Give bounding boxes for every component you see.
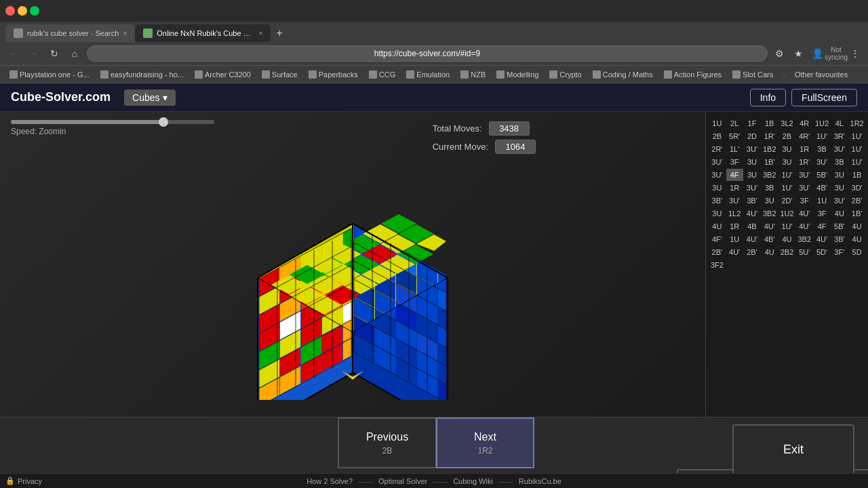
maximize-btn[interactable] bbox=[30, 6, 39, 16]
move-cell: 3U bbox=[744, 169, 761, 181]
move-cell: 1F bbox=[744, 117, 761, 129]
move-cell: 4U bbox=[848, 233, 865, 245]
bookmark-label-paperbacks: Paperbacks bbox=[319, 70, 358, 79]
privacy-label: Privacy bbox=[18, 477, 42, 485]
bookmark-btn[interactable]: ★ bbox=[791, 46, 806, 61]
footer-link-optimal[interactable]: Optimal Solver bbox=[378, 477, 427, 485]
move-cell: 3U' bbox=[796, 169, 813, 181]
bookmark-favicon-emulation bbox=[406, 70, 414, 79]
tab-search[interactable]: rubik's cube solver - Search × bbox=[5, 24, 135, 42]
speed-slider-track bbox=[11, 120, 214, 124]
bookmark-easyfundraising[interactable]: easyfundraising - ho... bbox=[96, 69, 188, 80]
sync-btn[interactable]: Not syncing bbox=[829, 46, 844, 61]
move-cell: 1B bbox=[761, 117, 778, 129]
minimize-btn[interactable] bbox=[18, 6, 27, 16]
move-cell: 1R bbox=[796, 143, 813, 155]
forward-btn[interactable]: → bbox=[26, 45, 42, 62]
move-cell: 3U bbox=[744, 156, 761, 168]
move-cell: 1R bbox=[726, 220, 743, 232]
move-cell: 1U2 bbox=[778, 207, 795, 220]
cubes-menu-btn[interactable]: Cubes ▾ bbox=[124, 89, 175, 106]
move-cell: 3U' bbox=[831, 143, 848, 155]
bookmark-paperbacks[interactable]: Paperbacks bbox=[304, 69, 362, 80]
move-cell: 5U' bbox=[796, 246, 813, 258]
footer-link-cubing[interactable]: Cubing Wiki bbox=[453, 477, 493, 485]
move-cell: 1R' bbox=[796, 156, 813, 168]
nav-bar: ← → ↻ ⌂ ⚙ ★ 👤 Not syncing ⋮ bbox=[0, 42, 868, 65]
bookmark-slot[interactable]: Slot Cars bbox=[728, 69, 777, 80]
bookmark-favicon-surface bbox=[262, 70, 270, 79]
address-bar[interactable] bbox=[87, 45, 768, 62]
tab-close-search[interactable]: × bbox=[123, 30, 127, 37]
move-cell: 2B bbox=[778, 130, 795, 142]
tab-close-solver[interactable]: × bbox=[258, 30, 262, 37]
bookmark-label-playstation: Playstation one - G... bbox=[20, 70, 90, 79]
reload-btn[interactable]: ↻ bbox=[46, 45, 62, 62]
extensions-btn[interactable]: ⚙ bbox=[772, 46, 787, 61]
fullscreen-btn[interactable]: FullScreen bbox=[791, 89, 857, 106]
footer-sep-2: —— bbox=[433, 477, 448, 485]
profile-btn[interactable]: 👤 bbox=[810, 46, 825, 61]
close-btn[interactable] bbox=[5, 6, 15, 16]
move-cell: 1U' bbox=[778, 182, 795, 194]
move-cell: 3U' bbox=[726, 195, 743, 207]
footer-link-rubiks[interactable]: RubiksCu.be bbox=[519, 477, 561, 485]
bookmark-playstation[interactable]: Playstation one - G... bbox=[5, 69, 94, 80]
move-cell: 1U' bbox=[778, 169, 795, 181]
move-cell: 3B2 bbox=[761, 207, 778, 220]
total-moves-value: 3438 bbox=[489, 121, 530, 136]
previous-move: 2B bbox=[382, 446, 393, 455]
move-cell: 3B2 bbox=[761, 169, 778, 181]
bookmark-modelling[interactable]: Modelling bbox=[492, 69, 542, 80]
move-cell: 2B bbox=[709, 130, 726, 142]
bookmark-ccg[interactable]: CCG bbox=[365, 69, 399, 80]
move-cell: 3R' bbox=[831, 130, 848, 142]
bookmark-emulation[interactable]: Emulation bbox=[402, 69, 454, 80]
move-cell: 4F bbox=[814, 220, 831, 232]
bookmark-other[interactable]: Other favourites bbox=[791, 69, 852, 80]
bookmark-nzb[interactable]: NZB bbox=[456, 69, 490, 80]
move-cell: 3U' bbox=[814, 156, 831, 168]
exit-btn[interactable]: Exit bbox=[732, 424, 854, 475]
move-cell: 3U bbox=[709, 182, 726, 194]
previous-btn[interactable]: Previous 2B bbox=[338, 418, 436, 468]
move-cell: 1L2 bbox=[726, 207, 743, 220]
bookmark-label-ccg: CCG bbox=[379, 70, 395, 79]
back-btn[interactable]: ← bbox=[5, 45, 22, 62]
bookmark-favicon-coding bbox=[593, 70, 601, 79]
move-cell: 1R' bbox=[761, 130, 778, 142]
move-cell: 1U bbox=[709, 117, 726, 129]
move-cell: 3L2 bbox=[778, 117, 795, 129]
move-cell: 3F bbox=[814, 207, 831, 220]
bookmark-action[interactable]: Action Figures bbox=[660, 69, 726, 80]
bookmark-archer[interactable]: Archer C3200 bbox=[191, 69, 255, 80]
tab-favicon-solver bbox=[143, 28, 153, 38]
move-cell: 4U bbox=[831, 207, 848, 220]
tab-label-search: rubik's cube solver - Search bbox=[27, 29, 119, 37]
move-cell: 4U' bbox=[744, 207, 761, 220]
home-btn[interactable]: ⌂ bbox=[66, 45, 83, 62]
menu-btn[interactable]: ⋮ bbox=[848, 46, 863, 61]
tab-solver[interactable]: Online NxN Rubik's Cube Solve... × bbox=[135, 24, 271, 42]
move-cell: 3B' bbox=[709, 195, 726, 207]
privacy-btn[interactable]: 🔒 Privacy bbox=[5, 476, 42, 485]
bookmark-label-modelling: Modelling bbox=[507, 70, 538, 79]
info-btn[interactable]: Info bbox=[750, 89, 786, 106]
move-cell: 5B' bbox=[814, 169, 831, 181]
move-cell: 5B' bbox=[831, 220, 848, 232]
move-cell: 3U bbox=[831, 182, 848, 194]
speed-slider-fill bbox=[11, 120, 163, 124]
move-cell: 4U' bbox=[796, 220, 813, 232]
footer-link-how2solve[interactable]: How 2 Solve? bbox=[307, 477, 353, 485]
bookmark-coding[interactable]: Coding / Maths bbox=[589, 69, 657, 80]
new-tab-btn[interactable]: + bbox=[271, 24, 288, 42]
next-btn[interactable]: Next 1R2 bbox=[436, 418, 534, 468]
move-cell: 3U' bbox=[744, 182, 761, 194]
bookmark-surface[interactable]: Surface bbox=[258, 69, 302, 80]
bookmark-favicon-playstation bbox=[9, 70, 18, 79]
bookmark-crypto[interactable]: Crypto bbox=[545, 69, 585, 80]
move-cell: 3F bbox=[726, 156, 743, 168]
speed-slider-thumb[interactable] bbox=[159, 117, 168, 127]
current-move-value: 1064 bbox=[495, 140, 536, 154]
stats-area: Total Moves: 3438 Current Move: 1064 bbox=[433, 121, 536, 154]
